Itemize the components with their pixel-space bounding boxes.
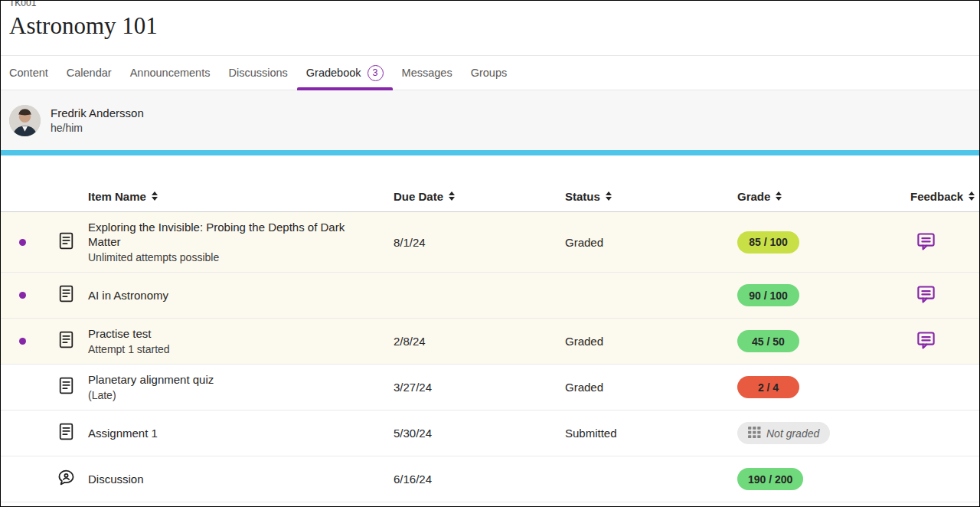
grade-value: 190 / 200 — [748, 473, 792, 486]
discussion-icon — [57, 468, 76, 490]
tab-calendar[interactable]: Calendar — [67, 56, 112, 90]
document-icon — [57, 284, 76, 306]
due-date: 8/1/24 — [388, 236, 560, 249]
item-name-cell: AI in Astronomy — [88, 280, 388, 310]
grade-value: 85 / 100 — [749, 236, 788, 248]
feedback-cell — [905, 329, 979, 353]
grade-cell: 2 / 4 — [732, 376, 905, 398]
document-icon — [57, 376, 76, 398]
student-meta: Fredrik Andersson he/him — [51, 106, 144, 134]
item-name-cell: Practise test Attempt 1 started — [88, 319, 388, 364]
document-icon — [57, 231, 76, 254]
feedback-icon[interactable] — [916, 231, 936, 251]
column-header-label: Due Date — [394, 190, 443, 203]
sort-icon — [606, 191, 612, 201]
tab-announcements[interactable]: Announcements — [130, 56, 211, 90]
indicator-cell — [1, 384, 44, 391]
status: Submitted — [560, 427, 732, 440]
tab-messages[interactable]: Messages — [402, 56, 452, 90]
grade-cell: 190 / 200 — [732, 468, 905, 490]
column-header-feedback[interactable]: Feedback — [905, 190, 979, 203]
tab-groups[interactable]: Groups — [471, 56, 508, 90]
column-header-item-name[interactable]: Item Name — [88, 190, 388, 203]
student-accent-bar — [1, 150, 979, 155]
new-grade-indicator-dot — [19, 338, 26, 345]
gradebook-grid-icon — [748, 427, 761, 440]
student-name: Fredrik Andersson — [51, 106, 144, 119]
column-header-label: Grade — [737, 190, 770, 203]
item-subtitle: Unlimited attempts possible — [88, 251, 354, 264]
student-pronouns: he/him — [51, 122, 144, 134]
grade-cell: Not graded — [732, 422, 905, 444]
item-name-link[interactable]: Planetary alignment quiz — [88, 372, 354, 387]
indicator-cell — [1, 292, 44, 299]
item-name-link[interactable]: Exploring the Invisible: Probing the Dep… — [88, 220, 354, 249]
column-header-label: Item Name — [88, 190, 146, 203]
item-subtitle: Attempt 1 started — [88, 343, 354, 356]
item-name-cell: Exploring the Invisible: Probing the Dep… — [88, 212, 388, 272]
tab-gradebook[interactable]: Gradebook3 — [306, 56, 384, 90]
status: Graded — [560, 335, 732, 348]
column-header-label: Feedback — [910, 190, 963, 203]
tab-label: Groups — [471, 67, 508, 79]
grade-pill[interactable]: 2 / 4 — [737, 376, 799, 398]
new-grade-indicator-dot — [19, 292, 26, 299]
tab-label: Announcements — [130, 67, 211, 79]
tab-label: Messages — [402, 67, 452, 79]
tab-badge-count: 3 — [368, 65, 384, 81]
course-title: Astronomy 101 — [9, 11, 979, 41]
item-name-cell: Assignment 1 — [88, 418, 388, 448]
tab-label: Gradebook — [306, 67, 361, 79]
item-icon-cell — [44, 330, 88, 352]
grade-pill[interactable]: 85 / 100 — [737, 231, 799, 254]
tab-content[interactable]: Content — [9, 56, 48, 90]
indicator-cell — [1, 476, 44, 482]
student-banner: Fredrik Andersson he/him — [1, 90, 979, 150]
grade-pill[interactable]: 190 / 200 — [737, 468, 803, 490]
due-date: 3/27/24 — [388, 381, 560, 394]
column-header-label: Status — [565, 190, 600, 203]
item-name-link[interactable]: Assignment 1 — [88, 426, 354, 440]
item-name-link[interactable]: AI in Astronomy — [88, 288, 354, 303]
new-grade-indicator-dot — [19, 239, 26, 246]
table-row: AI in Astronomy 90 / 100 — [1, 273, 979, 319]
grade-value: 45 / 50 — [752, 335, 785, 348]
item-icon-cell — [44, 468, 88, 490]
course-tab-bar: ContentCalendarAnnouncementsDiscussionsG… — [1, 56, 979, 90]
grade-pill[interactable]: 90 / 100 — [737, 284, 799, 306]
table-row: Practise test Attempt 1 started 2/8/24 G… — [1, 319, 979, 365]
grade-pill[interactable]: Not graded — [737, 422, 830, 444]
feedback-icon[interactable] — [916, 329, 936, 350]
table-row: Exploring the Invisible: Probing the Dep… — [1, 212, 979, 273]
item-name-link[interactable]: Practise test — [88, 326, 354, 341]
table-row: Discussion 6/16/24 190 / 200 — [1, 456, 979, 502]
item-subtitle: (Late) — [88, 389, 354, 402]
column-header-grade[interactable]: Grade — [732, 190, 905, 203]
item-name-cell: Planetary alignment quiz (Late) — [88, 365, 388, 410]
sort-icon — [776, 191, 782, 201]
feedback-icon[interactable] — [916, 283, 936, 304]
grade-pill[interactable]: 45 / 50 — [737, 330, 799, 352]
avatar-photo — [9, 105, 41, 136]
item-icon-cell — [44, 231, 88, 254]
status: Graded — [560, 236, 732, 249]
due-date: 6/16/24 — [388, 473, 560, 486]
column-header-status[interactable]: Status — [560, 190, 732, 203]
indicator-cell — [1, 430, 44, 437]
grade-cell: 45 / 50 — [732, 330, 905, 352]
column-header-due-date[interactable]: Due Date — [388, 190, 560, 203]
tab-discussions[interactable]: Discussions — [228, 56, 287, 90]
item-icon-cell — [44, 376, 88, 398]
indicator-cell — [1, 239, 44, 246]
feedback-cell — [905, 231, 979, 254]
grade-value: 90 / 100 — [749, 289, 788, 302]
document-icon — [57, 330, 76, 352]
item-name-link[interactable]: Discussion — [88, 472, 354, 486]
grade-cell: 85 / 100 — [732, 231, 905, 254]
table-row: Assignment 1 5/30/24 Submitted Not grade… — [1, 411, 979, 456]
item-icon-cell — [44, 284, 88, 306]
item-icon-cell — [44, 422, 88, 444]
due-date: 2/8/24 — [388, 335, 560, 348]
grade-value: 2 / 4 — [758, 381, 779, 394]
feedback-cell — [905, 283, 979, 307]
